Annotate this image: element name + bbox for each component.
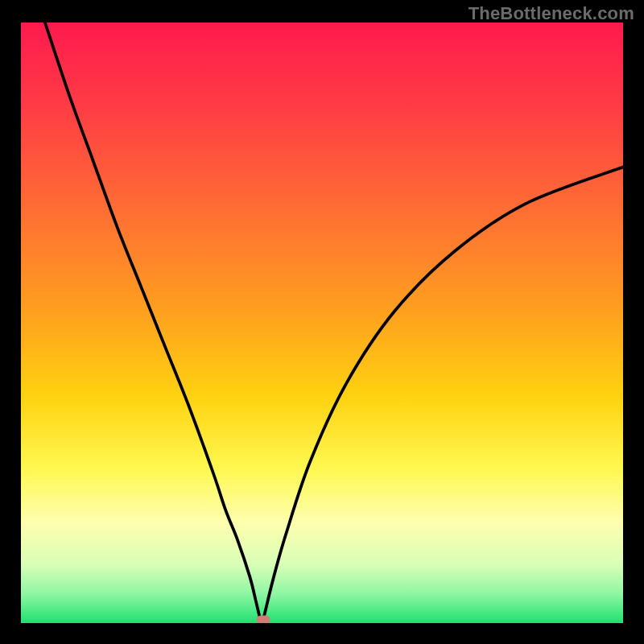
chart-frame: TheBottleneck.com (0, 0, 644, 644)
bottleneck-curve (21, 23, 623, 623)
watermark-text: TheBottleneck.com (469, 3, 634, 24)
bottleneck-marker (256, 616, 270, 623)
plot-area (21, 23, 623, 623)
